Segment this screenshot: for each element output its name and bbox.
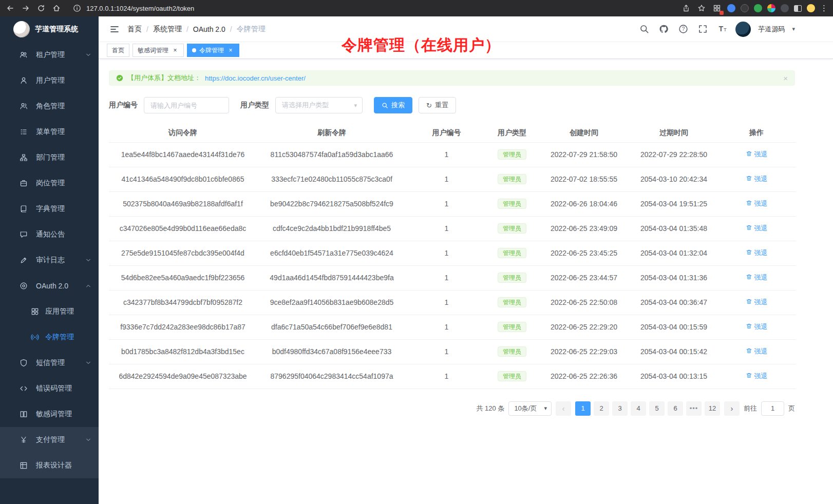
trash-icon [746, 274, 752, 282]
browser-forward-icon[interactable] [21, 3, 31, 13]
extension-paw-icon[interactable] [781, 4, 789, 12]
sidebar-item-token[interactable]: 令牌管理 [0, 324, 99, 350]
user-id-cell: 1 [407, 191, 486, 216]
extension-dark-icon[interactable] [741, 4, 749, 12]
prev-page-button[interactable]: ‹ [556, 401, 571, 416]
sidebar-item-dept[interactable]: 部门管理 [0, 145, 99, 170]
col-access-token: 访问令牌 [109, 124, 257, 142]
token-row: 6d842e2924594de9a09e45e087323abe8796295f… [109, 364, 796, 389]
action-cell: 强退 [717, 315, 796, 339]
page-size-caret-icon: ▾ [544, 405, 547, 412]
sidebar-item-post[interactable]: 岗位管理 [0, 170, 99, 196]
sidebar-item-menu[interactable]: 菜单管理 [0, 119, 99, 145]
split-screen-icon[interactable] [794, 5, 802, 12]
force-logout-button[interactable]: 强退 [746, 175, 768, 184]
force-logout-button[interactable]: 强退 [746, 150, 768, 159]
share-icon[interactable] [681, 3, 691, 13]
alert-close-icon[interactable]: × [783, 74, 788, 83]
created-time-cell: 2022-06-25 22:29:03 [538, 339, 630, 364]
extensions-icon[interactable] [712, 3, 722, 13]
force-logout-button[interactable]: 强退 [746, 224, 768, 233]
alert-doc-link[interactable]: https://doc.iocoder.cn/user-center/ [205, 74, 306, 82]
tab-close-icon[interactable]: × [172, 47, 179, 54]
expire-time-cell: 2054-03-04 01:32:04 [630, 241, 717, 265]
page-info-icon[interactable] [72, 3, 82, 13]
token-row: 1ea5e44f8bc1467aaede43144f31de76811c5304… [109, 142, 796, 167]
sidebar-item-pay[interactable]: 支付管理 [0, 427, 99, 453]
expire-time-cell: 2054-03-10 20:42:34 [630, 167, 717, 191]
force-logout-button[interactable]: 强退 [746, 322, 768, 332]
browser-menu-icon[interactable]: ⋮ [820, 4, 828, 13]
force-logout-label: 强退 [754, 150, 768, 159]
bookmark-star-icon[interactable] [696, 3, 707, 13]
extension-badge [720, 11, 724, 15]
chevron-up-icon [85, 283, 91, 289]
force-logout-button[interactable]: 强退 [746, 273, 768, 282]
sidebar-item-oauth[interactable]: OAuth 2.0 [0, 273, 99, 299]
profile-avatar-icon[interactable] [807, 4, 815, 12]
refresh-token-cell: cdfc4ce9c2da4bb1bdf21b9918ff4be5 [257, 216, 407, 241]
search-icon[interactable] [638, 23, 650, 35]
fullscreen-icon[interactable] [696, 23, 709, 35]
browser-back-icon[interactable] [5, 3, 15, 13]
app-title: 芋道管理系统 [35, 25, 78, 34]
page-number-6[interactable]: 6 [668, 401, 683, 416]
extension-slack-icon[interactable] [767, 4, 775, 12]
sidebar-item-app[interactable]: 应用管理 [0, 299, 99, 324]
sidebar-item-label: 短信管理 [36, 358, 65, 367]
page-size-select[interactable]: 10条/页 ▾ [508, 401, 552, 416]
browser-home-icon[interactable] [51, 3, 62, 13]
page-number-5[interactable]: 5 [649, 401, 665, 416]
extension-blue-icon[interactable] [727, 4, 735, 12]
breadcrumb-item[interactable]: OAuth 2.0 [193, 25, 225, 33]
force-logout-button[interactable]: 强退 [746, 347, 768, 356]
user-id-input[interactable] [144, 97, 229, 113]
help-icon[interactable]: ? [677, 23, 689, 35]
github-icon[interactable] [657, 23, 670, 35]
breadcrumb-item[interactable]: 系统管理 [153, 25, 182, 34]
address-bar[interactable]: 127.0.0.1:1024/system/oauth2/token [67, 2, 676, 14]
page-number-12[interactable]: 12 [705, 401, 720, 416]
font-size-icon[interactable]: TT [716, 23, 728, 35]
user-type-select[interactable]: 请选择用户类型 ▾ [275, 97, 363, 113]
created-time-cell: 2022-06-25 23:44:57 [538, 265, 630, 290]
user-menu-caret-icon[interactable]: ▾ [792, 26, 795, 32]
page-number-4[interactable]: 4 [631, 401, 646, 416]
access-token-cell: 1ea5e44f8bc1467aaede43144f31de76 [109, 142, 257, 167]
page-number-1[interactable]: 1 [575, 401, 591, 416]
page-ellipsis[interactable]: ••• [686, 401, 702, 416]
url-text: 127.0.0.1:1024/system/oauth2/token [86, 5, 194, 12]
sidebar-item-user[interactable]: 用户管理 [0, 68, 99, 93]
tab-close-icon[interactable]: × [227, 47, 234, 54]
force-logout-button[interactable]: 强退 [746, 199, 768, 208]
extension-green-icon[interactable] [754, 4, 762, 12]
page-number-2[interactable]: 2 [594, 401, 609, 416]
breadcrumb-item[interactable]: 首页 [127, 25, 142, 34]
next-page-button[interactable]: › [724, 401, 740, 416]
tab-首页[interactable]: 首页 [107, 44, 129, 57]
sidebar-item-sms[interactable]: 短信管理 [0, 350, 99, 376]
collapse-menu-icon[interactable] [106, 21, 123, 38]
goto-page-input[interactable] [761, 401, 784, 416]
force-logout-button[interactable]: 强退 [746, 298, 768, 307]
force-logout-button[interactable]: 强退 [746, 248, 768, 258]
sidebar-item-role[interactable]: 角色管理 [0, 93, 99, 119]
reset-button[interactable]: ↻ 重置 [419, 97, 456, 113]
search-button[interactable]: 搜索 [374, 97, 412, 113]
sidebar-item-report[interactable]: 报表设计器 [0, 453, 99, 478]
user-avatar[interactable] [735, 22, 751, 37]
token-row: c347026e805e4d99b0d116eae66eda8ccdfc4ce9… [109, 216, 796, 241]
sidebar-item-dict[interactable]: 字典管理 [0, 196, 99, 222]
user-name[interactable]: 芋道源码 [758, 25, 785, 34]
sidebar-item-sensitive[interactable]: 敏感词管理 [0, 401, 99, 427]
sidebar-item-log[interactable]: 审计日志 [0, 247, 99, 273]
app-logo-row[interactable]: 芋道管理系统 [0, 16, 99, 42]
sidebar-item-errcode[interactable]: 错误码管理 [0, 376, 99, 401]
force-logout-button[interactable]: 强退 [746, 372, 768, 381]
browser-reload-icon[interactable] [36, 3, 46, 13]
sidebar-item-users[interactable]: 租户管理 [0, 42, 99, 68]
page-number-3[interactable]: 3 [612, 401, 628, 416]
sidebar-item-notice[interactable]: 通知公告 [0, 222, 99, 247]
tab-令牌管理[interactable]: 令牌管理× [187, 44, 239, 57]
tab-敏感词管理[interactable]: 敏感词管理× [132, 44, 184, 57]
